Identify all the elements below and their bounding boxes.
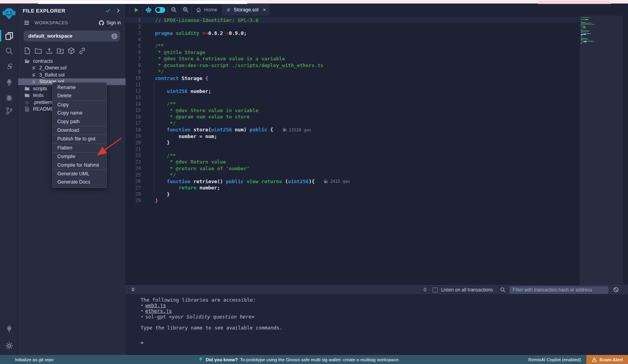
transaction-filter-input[interactable] <box>509 286 608 294</box>
listen-transactions-checkbox[interactable] <box>433 288 438 293</box>
minimap[interactable] <box>580 16 623 285</box>
tab-home[interactable]: Home <box>192 4 221 16</box>
code-line[interactable]: 29} <box>126 197 579 204</box>
sidebar-icon-deploy-run[interactable] <box>0 75 18 89</box>
collapse-terminal-icon[interactable] <box>130 287 137 293</box>
svg-text:{}: {} <box>25 101 29 104</box>
init-git-repo-button[interactable]: Initialize as git repo <box>0 357 53 362</box>
upload-file-icon[interactable] <box>46 47 53 55</box>
tree-item-3-ballot-sol[interactable]: S3_Ballot.sol <box>18 71 126 78</box>
code-text: * @custom:dev-run-script ./scripts/deplo… <box>148 62 323 68</box>
workspace-selector[interactable]: default_workspace <box>24 31 120 42</box>
chevron-right-icon[interactable] <box>115 7 122 14</box>
scrollbar-track[interactable] <box>623 16 628 285</box>
zoom-out-button[interactable] <box>168 4 180 16</box>
remix-ide-window: S FILE EXPLORER WORKSPACES Sign in defau… <box>0 0 628 364</box>
copilot-toggle[interactable] <box>155 7 165 13</box>
copilot-status[interactable]: RemixAI Copilot (enabled) <box>528 357 581 362</box>
code-line[interactable]: 12 uint256 number; <box>126 88 579 94</box>
minimap-content <box>581 17 595 44</box>
tree-item-contracts[interactable]: contracts <box>18 58 126 65</box>
sidebar-icon-search[interactable] <box>0 44 18 58</box>
code-line[interactable]: 5/** <box>126 43 579 49</box>
code-line[interactable]: 21 <box>126 146 579 152</box>
menu-item-publish-file-to-gist[interactable]: Publish file to gist <box>53 135 106 143</box>
sidebar-icon-git[interactable] <box>0 104 18 117</box>
upload-folder-icon[interactable] <box>57 47 64 55</box>
terminal-library-link: ethers.js <box>141 308 628 314</box>
check-icon[interactable] <box>104 7 111 14</box>
terminal-prompt[interactable]: > <box>141 340 628 346</box>
code-text: * @dev Return value <box>148 159 226 165</box>
code-line[interactable]: 7 * @dev Store & retrieve value in a var… <box>126 56 579 62</box>
code-line[interactable]: 2 <box>126 23 579 29</box>
code-line[interactable]: 8 * @custom:dev-run-script ./scripts/dep… <box>126 62 579 68</box>
search-icon[interactable] <box>500 287 506 293</box>
code-line[interactable]: 17 */ <box>126 120 579 126</box>
menu-item-generate-uml[interactable]: Generate UML <box>53 170 106 178</box>
panel-title: FILE EXPLORER <box>23 8 101 14</box>
clear-console-icon[interactable] <box>613 287 619 293</box>
menu-item-copy-path[interactable]: Copy path <box>53 118 106 126</box>
code-text: uint256 number; <box>148 88 211 94</box>
code-line[interactable]: 23 * @dev Return value <box>126 159 579 165</box>
remix-logo-icon[interactable] <box>2 6 16 21</box>
code-line[interactable]: 28 } <box>126 191 579 197</box>
import-link-icon[interactable] <box>78 47 86 55</box>
close-tab-icon[interactable]: × <box>263 7 266 13</box>
menu-item-compile-for-nahmii[interactable]: Compile for Nahmii <box>53 161 106 169</box>
code-line[interactable]: 9 */ <box>126 69 579 75</box>
code-line[interactable]: 16 * @param num value to store <box>126 114 579 120</box>
menu-item-download[interactable]: Download <box>53 126 106 135</box>
new-folder-icon[interactable] <box>35 47 42 55</box>
did-you-know-tip: Did you know? To prototype using the Gno… <box>198 357 400 362</box>
code-line[interactable]: 22 /** <box>126 152 579 158</box>
code-line[interactable]: 24 * @return value of 'number' <box>126 165 579 171</box>
code-line[interactable]: 14 /** <box>126 101 579 107</box>
menu-item-delete[interactable]: Delete <box>53 92 106 100</box>
run-script-button[interactable] <box>130 4 142 16</box>
ai-copilot-icon[interactable] <box>142 4 154 16</box>
code-line[interactable]: 20 } <box>126 139 579 146</box>
sidebar-icon-file-explorer[interactable] <box>0 29 18 42</box>
code-line[interactable]: 27 return number; <box>126 184 579 191</box>
sign-in-label: Sign in <box>106 20 121 25</box>
library-link[interactable]: web3.js <box>145 302 166 308</box>
code-line[interactable]: 1// SPDX-License-Identifier: GPL-3.0 <box>126 17 579 23</box>
code-line[interactable]: 3pragma solidity >=0.8.2 <0.9.0; <box>126 30 579 36</box>
new-file-icon[interactable] <box>24 47 31 55</box>
menu-item-generate-docs[interactable]: Generate Docs <box>53 178 106 186</box>
menu-item-flatten[interactable]: Flatten <box>53 144 106 152</box>
code-line[interactable]: 10contract Storage { <box>126 75 579 81</box>
code-line[interactable]: 11 <box>126 81 579 87</box>
zoom-in-button[interactable] <box>180 4 192 16</box>
code-line[interactable]: 13 <box>126 94 579 100</box>
sign-in-button[interactable]: Sign in <box>99 20 121 26</box>
sidebar-icon-plugin-manager[interactable] <box>0 322 18 335</box>
menu-item-copy[interactable]: Copy <box>53 101 106 109</box>
code-line[interactable]: 19 number = num; <box>126 133 579 139</box>
menu-item-rename[interactable]: Rename <box>53 84 106 92</box>
tab-storage-sol[interactable]: S Storage.sol × <box>221 4 270 16</box>
listen-transactions-label[interactable]: Listen on all transactions <box>441 287 493 293</box>
sidebar-icon-solidity-compiler[interactable]: S <box>0 60 18 73</box>
menu-item-copy-name[interactable]: Copy name <box>53 109 106 117</box>
tree-item-2-owner-sol[interactable]: S2_Owner.sol <box>18 65 126 72</box>
hamburger-menu-icon[interactable] <box>24 20 30 26</box>
code-line[interactable]: 6 * @title Storage <box>126 49 579 55</box>
code-line[interactable]: 25 */ <box>126 172 579 178</box>
code-line[interactable]: 18 function store(uint256 num) public {2… <box>126 126 579 133</box>
library-link[interactable]: ethers.js <box>145 308 172 314</box>
menu-item-compile[interactable]: Compile <box>53 153 106 161</box>
code-line[interactable]: 4 <box>126 36 579 42</box>
sidebar-icon-debugger[interactable] <box>0 91 18 104</box>
workspace-name: default_workspace <box>28 33 111 39</box>
code-line[interactable]: 15 * @dev Store value in variable <box>126 107 579 113</box>
code-editor[interactable]: 1// SPDX-License-Identifier: GPL-3.023pr… <box>126 16 628 285</box>
sidebar-icon-settings[interactable] <box>0 339 18 352</box>
scam-alert-button[interactable]: Scam Alert <box>586 355 628 364</box>
workspaces-row: WORKSPACES Sign in <box>18 18 126 27</box>
load-cube-icon[interactable] <box>68 47 75 55</box>
code-line[interactable]: 26 function retrieve() public view retur… <box>126 178 579 184</box>
terminal-output[interactable]: The following libraries are accessible:w… <box>126 294 628 355</box>
